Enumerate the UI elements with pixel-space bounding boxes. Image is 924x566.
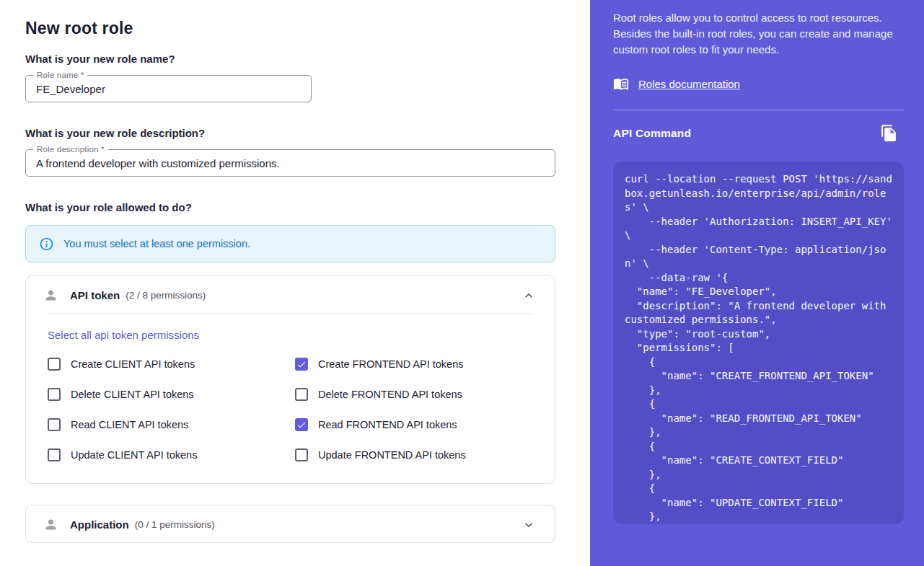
permission-delete-frontend-api-tokens[interactable]: Delete FRONTEND API tokens xyxy=(295,388,533,401)
permission-label: Delete FRONTEND API tokens xyxy=(318,389,462,400)
permission-delete-client-api-tokens[interactable]: Delete CLIENT API tokens xyxy=(48,388,295,401)
permission-read-client-api-tokens[interactable]: Read CLIENT API tokens xyxy=(48,418,295,431)
accordion-permission-count: (2 / 8 permissions) xyxy=(126,290,206,301)
permission-label: Read CLIENT API tokens xyxy=(71,419,188,430)
permission-label: Read FRONTEND API tokens xyxy=(318,419,457,430)
role-name-value: FE_Developer xyxy=(36,83,105,95)
accordion-title: Application xyxy=(70,518,129,531)
roles-documentation-link[interactable]: Roles documentation xyxy=(638,78,740,90)
checkbox-icon[interactable] xyxy=(295,358,308,371)
select-all-api-token-permissions-link[interactable]: Select all api token permissions xyxy=(48,329,199,341)
accordion-title: API token xyxy=(70,289,120,301)
application-accordion-header[interactable]: Application (0 / 1 permissions) xyxy=(26,505,555,542)
application-accordion: Application (0 / 1 permissions) xyxy=(25,505,555,543)
permission-label: Delete CLIENT API tokens xyxy=(71,389,194,400)
api-command-title: API Command xyxy=(613,127,691,140)
checkbox-icon[interactable] xyxy=(48,448,61,461)
checkbox-icon[interactable] xyxy=(295,388,308,401)
root-roles-description: Root roles allow you to control access t… xyxy=(613,10,896,58)
docs-link-row: Roles documentation xyxy=(613,76,904,92)
role-permissions-question: What is your role allowed to do? xyxy=(25,201,555,213)
person-icon xyxy=(43,288,58,303)
role-description-field[interactable]: Role description * A frontend developer … xyxy=(25,149,555,177)
permission-info-alert: You must select at least one permission. xyxy=(25,225,555,262)
curl-command-text: curl --location --request POST 'https://… xyxy=(625,172,892,524)
permission-create-client-api-tokens[interactable]: Create CLIENT API tokens xyxy=(48,358,295,371)
role-name-field[interactable]: Role name * FE_Developer xyxy=(25,75,312,102)
copy-button[interactable] xyxy=(879,123,899,143)
permission-update-client-api-tokens[interactable]: Update CLIENT API tokens xyxy=(48,448,295,461)
checkbox-icon[interactable] xyxy=(295,448,308,461)
api-command-code-block[interactable]: curl --location --request POST 'https://… xyxy=(613,162,904,524)
api-token-accordion: API token (2 / 8 permissions) Select all… xyxy=(25,275,555,484)
new-root-role-form: New root role What is your new role name… xyxy=(0,0,590,566)
api-command-header: API Command xyxy=(613,123,904,143)
permissions-grid: Create CLIENT API tokens Create FRONTEND… xyxy=(48,358,533,461)
role-description-field-label: Role description * xyxy=(33,145,108,154)
chevron-down-icon xyxy=(522,518,536,532)
alert-text: You must select at least one permission. xyxy=(63,238,250,249)
permission-create-frontend-api-tokens[interactable]: Create FRONTEND API tokens xyxy=(295,358,533,371)
book-icon xyxy=(613,76,629,92)
sidebar-divider xyxy=(613,110,904,110)
permission-label: Update CLIENT API tokens xyxy=(71,449,197,461)
permission-label: Update FRONTEND API tokens xyxy=(318,449,466,461)
chevron-up-icon xyxy=(522,288,536,303)
accordion-permission-count: (0 / 1 permissions) xyxy=(135,519,215,530)
checkbox-icon[interactable] xyxy=(48,388,61,401)
checkbox-icon[interactable] xyxy=(48,418,61,431)
checkbox-icon[interactable] xyxy=(295,418,308,431)
role-description-value: A frontend developer with customized per… xyxy=(36,157,280,169)
person-icon xyxy=(43,517,58,532)
api-token-accordion-header[interactable]: API token (2 / 8 permissions) xyxy=(26,276,555,313)
copy-icon xyxy=(880,124,898,142)
permission-label: Create CLIENT API tokens xyxy=(71,358,195,370)
permission-label: Create FRONTEND API tokens xyxy=(318,358,463,370)
role-name-field-label: Role name * xyxy=(33,71,87,79)
info-icon xyxy=(39,236,54,252)
permission-read-frontend-api-tokens[interactable]: Read FRONTEND API tokens xyxy=(295,418,533,431)
info-sidebar: Root roles allow you to control access t… xyxy=(590,0,924,566)
role-description-question: What is your new role description? xyxy=(25,127,555,139)
api-token-accordion-body: Select all api token permissions Create … xyxy=(26,314,555,483)
page-title: New root role xyxy=(25,19,555,38)
permission-update-frontend-api-tokens[interactable]: Update FRONTEND API tokens xyxy=(295,448,533,461)
checkbox-icon[interactable] xyxy=(48,358,61,371)
role-name-question: What is your new role name? xyxy=(25,53,555,65)
